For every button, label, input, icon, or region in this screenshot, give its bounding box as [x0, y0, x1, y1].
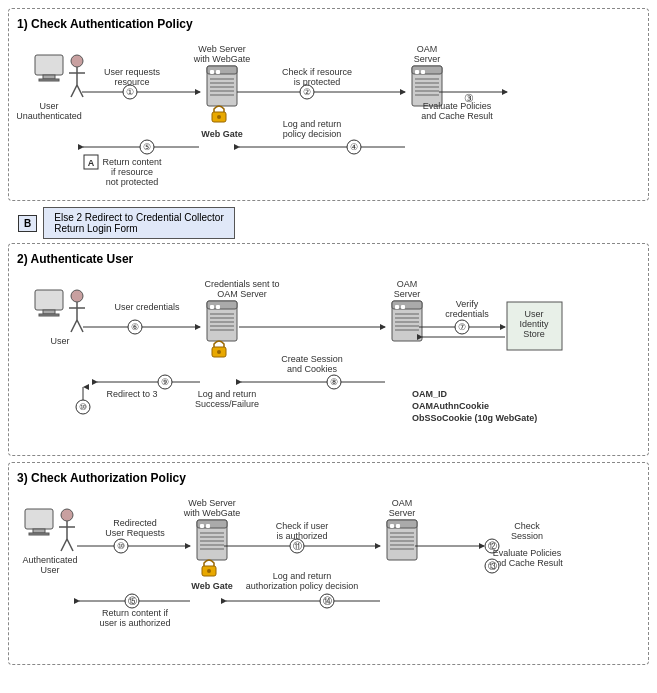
svg-text:not protected: not protected	[106, 177, 159, 187]
svg-text:if resource: if resource	[111, 167, 153, 177]
svg-text:ObSSoCookie (10g WebGate): ObSSoCookie (10g WebGate)	[412, 413, 537, 423]
svg-text:Log and return: Log and return	[198, 389, 257, 399]
svg-text:Server: Server	[414, 54, 441, 64]
svg-text:⑬: ⑬	[488, 561, 497, 571]
svg-text:Success/Failure: Success/Failure	[195, 399, 259, 409]
svg-text:credentials: credentials	[445, 309, 489, 319]
svg-rect-18	[210, 86, 234, 88]
svg-text:④: ④	[350, 142, 358, 152]
svg-text:⑨: ⑨	[161, 377, 169, 387]
svg-text:②: ②	[303, 87, 311, 97]
svg-rect-34	[415, 94, 439, 96]
svg-rect-94	[395, 329, 419, 331]
user-actor-2: User	[35, 290, 85, 346]
svg-rect-126	[25, 509, 53, 529]
svg-rect-91	[395, 317, 419, 319]
svg-point-129	[61, 509, 73, 521]
svg-rect-159	[390, 544, 414, 546]
svg-rect-80	[210, 325, 234, 327]
svg-line-68	[71, 320, 77, 332]
svg-text:User Requests: User Requests	[105, 528, 165, 538]
connector-b: B	[18, 215, 37, 232]
svg-text:Check: Check	[514, 521, 540, 531]
svg-rect-89	[401, 305, 405, 309]
webserver-actor-2: Credentials sent to OAM Server	[204, 279, 279, 357]
section-3-diagram: Authenticated User Web Server with WebGa…	[17, 491, 652, 656]
svg-rect-2	[39, 79, 59, 81]
svg-text:⑩: ⑩	[117, 541, 125, 551]
svg-point-83	[217, 350, 221, 354]
svg-text:OAMAuthnCookie: OAMAuthnCookie	[412, 401, 489, 411]
svg-text:OAM: OAM	[392, 498, 413, 508]
svg-text:Web Server: Web Server	[198, 44, 245, 54]
svg-text:Check if user: Check if user	[276, 521, 329, 531]
svg-text:Store: Store	[523, 329, 545, 339]
svg-text:Unauthenticated: Unauthenticated	[17, 111, 82, 121]
svg-line-6	[71, 85, 77, 97]
svg-text:User credentials: User credentials	[114, 302, 180, 312]
svg-text:OAM_ID: OAM_ID	[412, 389, 448, 399]
svg-rect-154	[390, 524, 394, 528]
svg-text:authorization policy decision: authorization policy decision	[246, 581, 359, 591]
svg-text:Server: Server	[394, 289, 421, 299]
svg-point-148	[207, 569, 211, 573]
svg-text:User: User	[40, 565, 59, 575]
svg-text:⑭: ⑭	[323, 596, 332, 606]
svg-rect-93	[395, 325, 419, 327]
svg-text:and Cookies: and Cookies	[287, 364, 338, 374]
section-b: B Else 2 Redirect to Credential Collecto…	[8, 207, 649, 239]
svg-rect-28	[415, 70, 419, 74]
svg-text:User: User	[524, 309, 543, 319]
svg-text:Evaluate Policies: Evaluate Policies	[493, 548, 562, 558]
svg-text:policy decision: policy decision	[283, 129, 342, 139]
svg-text:⑪: ⑪	[293, 541, 302, 551]
svg-text:Web Gate: Web Gate	[201, 129, 242, 139]
svg-rect-33	[415, 90, 439, 92]
svg-text:⑩: ⑩	[79, 402, 87, 412]
redirect-box: Else 2 Redirect to Credential CollectorR…	[43, 207, 235, 239]
svg-rect-64	[39, 314, 59, 316]
section-2: 2) Authenticate User User Credentials se…	[8, 243, 649, 456]
svg-text:and Cache Result: and Cache Result	[421, 111, 493, 121]
svg-rect-144	[200, 540, 224, 542]
svg-text:User: User	[50, 336, 69, 346]
webserver-actor-3: Web Server with WebGate Web Gate	[183, 498, 240, 591]
svg-text:is protected: is protected	[294, 77, 341, 87]
svg-text:Credentials sent to: Credentials sent to	[204, 279, 279, 289]
svg-rect-79	[210, 321, 234, 323]
svg-rect-75	[210, 305, 214, 309]
svg-text:③: ③	[464, 92, 474, 104]
svg-rect-14	[210, 70, 214, 74]
user-actor-1: User Unauthenticated	[17, 55, 85, 121]
svg-text:Session: Session	[511, 531, 543, 541]
svg-rect-81	[210, 329, 234, 331]
svg-text:Web Gate: Web Gate	[191, 581, 232, 591]
svg-text:user is authorized: user is authorized	[99, 618, 170, 628]
svg-rect-156	[390, 532, 414, 534]
svg-rect-140	[200, 524, 204, 528]
section-2-diagram: User Credentials sent to OAM Server OAM	[17, 272, 652, 447]
svg-text:⑤: ⑤	[143, 142, 151, 152]
svg-rect-158	[390, 540, 414, 542]
oam-actor-3: OAM Server	[387, 498, 417, 560]
svg-point-65	[71, 290, 83, 302]
section-1-diagram: User Unauthenticated Web Server with Web…	[17, 37, 652, 192]
svg-line-133	[67, 539, 73, 551]
svg-text:Verify: Verify	[456, 299, 479, 309]
svg-line-7	[77, 85, 83, 97]
svg-rect-76	[216, 305, 220, 309]
svg-rect-20	[210, 94, 234, 96]
svg-text:Server: Server	[389, 508, 416, 518]
svg-text:Authenticated: Authenticated	[22, 555, 77, 565]
svg-text:Identity: Identity	[519, 319, 549, 329]
svg-rect-155	[396, 524, 400, 528]
svg-rect-62	[35, 290, 63, 310]
svg-rect-145	[200, 544, 224, 546]
svg-rect-19	[210, 90, 234, 92]
svg-rect-92	[395, 321, 419, 323]
section-1: 1) Check Authentication Policy User Unau…	[8, 8, 649, 201]
oam-actor-2: OAM Server	[392, 279, 422, 341]
svg-text:Return content: Return content	[102, 157, 162, 167]
svg-rect-0	[35, 55, 63, 75]
svg-text:⑧: ⑧	[330, 377, 338, 387]
